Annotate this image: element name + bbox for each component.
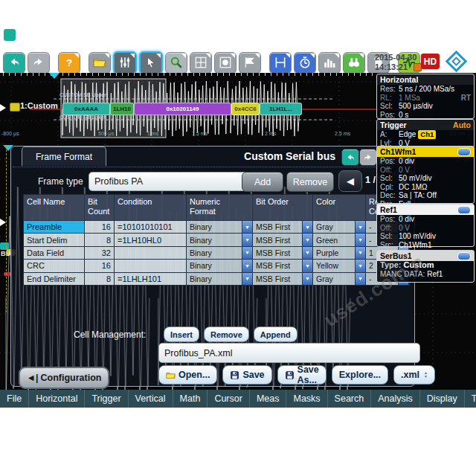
numeric-format-select[interactable]: Binary▼ <box>187 246 253 259</box>
menu-file[interactable]: File <box>0 390 28 408</box>
grid-icon[interactable] <box>190 52 212 74</box>
chevron-down-icon[interactable]: ▼ <box>242 221 252 233</box>
chevron-down-icon[interactable]: ▼ <box>355 247 365 259</box>
chevron-down-icon[interactable]: ▼ <box>242 260 252 271</box>
cell-name[interactable]: Preamble <box>24 220 85 233</box>
timer-icon[interactable] <box>294 52 316 74</box>
menu-vertical[interactable]: Vertical <box>128 390 173 408</box>
chevron-down-icon[interactable]: ▼ <box>242 273 252 285</box>
remove-button[interactable]: Remove <box>286 172 334 192</box>
menu-horizontal[interactable]: Horizontal <box>28 390 84 408</box>
dialog-undo-button[interactable] <box>341 149 359 166</box>
minimize-panel-icon[interactable] <box>457 252 471 260</box>
condition[interactable]: =1LHLH101 <box>115 272 187 285</box>
cell-name[interactable]: Data Field <box>24 246 85 259</box>
frame-type-input[interactable]: Profibus PA <box>89 172 248 191</box>
chevron-down-icon[interactable]: ▼ <box>302 273 312 285</box>
menu-analysis[interactable]: Analysis <box>370 390 419 408</box>
mask-icon[interactable] <box>214 52 237 74</box>
dialog-redo-button[interactable] <box>359 149 377 166</box>
xml-button[interactable]: .xml▲▼ <box>393 365 435 385</box>
chevron-down-icon[interactable]: ▼ <box>302 260 312 271</box>
minimize-panel-icon[interactable] <box>457 148 471 156</box>
chevron-down-icon[interactable]: ▼ <box>302 234 312 245</box>
spinner-icon[interactable]: ▲▼ <box>424 371 428 379</box>
open-dialog-icon[interactable] <box>89 52 111 74</box>
menu-math[interactable]: Math <box>173 390 208 408</box>
bit-count[interactable]: 8 <box>85 272 115 285</box>
condition[interactable] <box>115 259 187 271</box>
color-select[interactable]: Gray▼ <box>313 272 366 285</box>
condition[interactable]: =1LH10HL0 <box>115 233 187 245</box>
condition[interactable] <box>115 246 187 259</box>
chevron-down-icon[interactable]: ▼ <box>355 234 365 245</box>
bit-count[interactable]: 8 <box>85 233 115 245</box>
trigger-position-marker-icon[interactable] <box>49 73 60 79</box>
bit-count[interactable]: 16 <box>85 220 115 233</box>
bit-count[interactable]: 32 <box>85 246 115 259</box>
panel-row: Dec:Sa | TA: Off <box>377 191 474 200</box>
condition[interactable]: =10101010101 <box>115 220 187 233</box>
numeric-format-select[interactable]: Binary▼ <box>187 272 253 285</box>
trigger-panel[interactable]: TriggerAutoA:EdgeCh1Lvl:0 V <box>376 119 475 148</box>
ref1-panel[interactable]: Ref1Pos:0 divOff:0 VScl:100 mV/divSrc:Ch… <box>376 204 475 247</box>
cell-insert-button[interactable]: Insert <box>164 327 199 342</box>
menu-tutorials[interactable]: Tutorials <box>464 390 476 408</box>
cell-name[interactable]: Start Delim <box>24 233 85 245</box>
explore-button[interactable]: Explore... <box>332 365 388 385</box>
ch1wfm1-panel[interactable]: Ch1Wfm1Pos:0 divOff:0 VScl:50 mV/divCpl:… <box>376 146 475 204</box>
saveas-button[interactable]: Save As... <box>277 365 327 385</box>
undo-icon[interactable] <box>3 52 25 74</box>
tab-frame-format[interactable]: Frame Format <box>22 147 106 166</box>
bit-order-select[interactable]: MSB First▼ <box>253 220 313 233</box>
add-button[interactable]: Add <box>242 172 283 192</box>
menu-cursor[interactable]: Cursor <box>207 390 249 408</box>
serbus1-panel[interactable]: SerBus1Type:CustomMANC DATA:Ref1 <box>376 250 475 283</box>
chevron-down-icon[interactable]: ▼ <box>302 247 312 259</box>
bit-order-select[interactable]: MSB First▼ <box>253 272 313 285</box>
cell-remove-button[interactable]: Remove <box>204 327 249 342</box>
cell-name[interactable]: End Delimiter <box>24 272 85 285</box>
save-button[interactable]: Save <box>222 365 271 385</box>
menu-display[interactable]: Display <box>419 390 464 408</box>
menu-trigger[interactable]: Trigger <box>84 390 127 408</box>
help-icon[interactable]: ? <box>58 52 80 74</box>
configuration-button[interactable]: ◄|Configuration <box>19 367 109 389</box>
cursor-select-icon[interactable] <box>139 51 163 74</box>
cell-name[interactable]: CRC <box>24 259 85 271</box>
filename-input[interactable]: Profibus_PA.xml <box>158 343 420 363</box>
search-binoculars-icon[interactable] <box>343 52 365 74</box>
bit-order-select[interactable]: MSB First▼ <box>253 259 313 271</box>
chevron-down-icon[interactable]: ▼ <box>355 273 365 285</box>
zoom-icon[interactable] <box>165 52 187 74</box>
bit-order-select[interactable]: MSB First▼ <box>253 246 313 259</box>
color-select[interactable]: Gray▼ <box>313 220 366 233</box>
chevron-down-icon[interactable]: ▼ <box>355 221 365 233</box>
redo-icon[interactable] <box>28 52 50 74</box>
color-select[interactable]: Green▼ <box>313 233 366 245</box>
numeric-format-select[interactable]: Binary▼ <box>187 220 253 233</box>
horizontal-panel[interactable]: HorizontalRes:5 ns / 200 MSa/sRL:1 MSaRT… <box>376 74 475 119</box>
bit-order-select[interactable]: MSB First▼ <box>253 233 313 245</box>
menu-search[interactable]: Search <box>327 390 371 408</box>
vertical-settings-icon[interactable] <box>113 51 137 74</box>
annotate-flag-icon[interactable] <box>239 52 261 74</box>
chevron-down-icon[interactable]: ▼ <box>355 260 365 271</box>
cell-append-button[interactable]: Append <box>254 327 298 342</box>
menu-meas[interactable]: Meas <box>249 390 286 408</box>
minimize-panel-icon[interactable] <box>457 206 471 214</box>
chevron-down-icon[interactable]: ▼ <box>302 221 312 233</box>
open-button[interactable]: Open... <box>158 365 217 385</box>
prev-page-button[interactable]: ◀ <box>338 170 362 192</box>
color-select[interactable]: Yellow▼ <box>313 259 366 271</box>
numeric-format-select[interactable]: Binary▼ <box>187 259 253 271</box>
menu-masks[interactable]: Masks <box>286 390 327 408</box>
measure-icon[interactable] <box>269 52 292 74</box>
numeric-format-select[interactable]: Binary▼ <box>187 233 253 245</box>
chevron-down-icon[interactable]: ▼ <box>242 234 252 245</box>
chevron-down-icon[interactable]: ▼ <box>242 247 252 259</box>
color-select[interactable]: Purple▼ <box>313 246 366 259</box>
panel-title: Ch1Wfm1 <box>380 147 416 156</box>
fft-icon[interactable] <box>318 52 341 74</box>
bit-count[interactable]: 16 <box>85 259 115 271</box>
